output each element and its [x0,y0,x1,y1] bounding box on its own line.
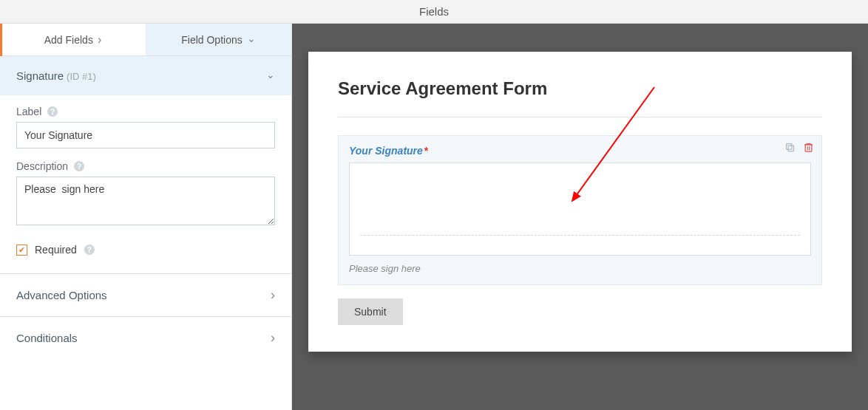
signature-label: Your Signature* [349,145,811,157]
chevron-right-icon [271,330,275,346]
description-input[interactable] [16,177,275,225]
accordion-advanced-options[interactable]: Advanced Options [0,273,291,316]
signature-line [360,235,800,236]
duplicate-icon[interactable] [784,142,796,153]
left-panel: Add Fields Field Options Signature (ID #… [0,24,292,410]
field-settings-header[interactable]: Signature (ID #1) [0,56,291,95]
svg-rect-1 [787,144,793,150]
required-star: * [424,145,428,157]
top-bar: Fields [0,0,868,24]
description-group: Description ? [16,160,275,228]
signature-pad[interactable] [349,163,811,256]
tab-field-options-label: Field Options [181,34,242,46]
main-area: Add Fields Field Options Signature (ID #… [0,24,868,410]
chevron-down-icon [266,70,275,82]
label-label: Label [16,106,41,117]
chevron-down-icon [247,34,256,46]
options-scroll[interactable]: Signature (ID #1) Label ? Description [0,56,291,410]
description-label-row: Description ? [16,160,275,172]
field-id-label: (ID #1) [67,71,96,82]
help-icon[interactable]: ? [74,161,84,171]
accordion-conditionals-label: Conditionals [16,332,78,344]
accent-bar [0,24,2,56]
trash-icon[interactable] [803,142,814,153]
svg-rect-2 [805,145,812,151]
help-icon[interactable]: ? [47,106,58,117]
field-type-label: Signature [16,69,64,82]
submit-button-label: Submit [354,306,387,318]
signature-field-wrap[interactable]: Your Signature* Please sign here [338,135,822,285]
field-settings-body: Label ? Description ? ✔ Required ? [0,95,291,273]
label-input[interactable] [16,122,275,148]
field-actions [784,142,814,153]
tab-add-fields[interactable]: Add Fields [0,24,146,55]
signature-label-text: Your Signature [349,145,423,157]
label-group: Label ? [16,106,275,148]
tab-add-fields-label: Add Fields [44,34,93,46]
title-divider [338,117,822,117]
chevron-right-icon [271,287,275,303]
help-icon[interactable]: ? [84,245,95,255]
required-row: ✔ Required ? [16,239,275,266]
chevron-right-icon [98,33,101,47]
tab-field-options[interactable]: Field Options [146,24,291,55]
form-preview: Service Agreement Form Your Signature* [308,52,852,352]
signature-description: Please sign here [349,263,811,274]
required-label: Required [35,244,77,256]
label-label-row: Label ? [16,106,275,117]
required-checkbox[interactable]: ✔ [16,245,27,256]
accordion-conditionals[interactable]: Conditionals [0,316,291,359]
form-title: Service Agreement Form [338,78,822,99]
preview-panel: Service Agreement Form Your Signature* [292,24,868,410]
submit-button[interactable]: Submit [338,298,403,325]
page-title: Fields [419,5,449,18]
description-label: Description [16,160,68,172]
accordion-advanced-label: Advanced Options [16,289,107,301]
tabs: Add Fields Field Options [0,24,291,56]
svg-rect-0 [788,146,794,151]
